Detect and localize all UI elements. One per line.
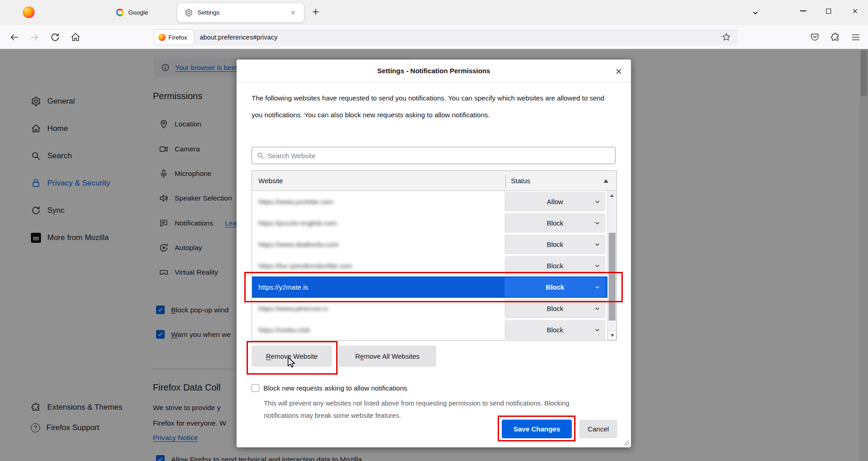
dialog-description: The following websites have requested to… — [252, 90, 616, 123]
button-label: Remove All Websites — [355, 352, 419, 360]
chevron-down-icon — [594, 327, 601, 333]
extensions-puzzle-icon[interactable] — [830, 32, 840, 42]
google-favicon — [116, 9, 124, 16]
url-text: about:preferences#privacy — [200, 29, 278, 45]
forward-icon[interactable] — [30, 32, 40, 42]
list-tabs-chevron-icon[interactable] — [752, 9, 759, 19]
status-dropdown[interactable]: Block — [505, 213, 606, 233]
dialog-title: Settings - Notification Permissions — [237, 60, 631, 82]
tab-label: Google — [128, 0, 148, 25]
scroll-down-button[interactable] — [608, 331, 616, 340]
chevron-down-icon — [594, 199, 601, 205]
identity-label: Firefox — [168, 34, 187, 41]
dialog-close-icon[interactable] — [613, 65, 625, 77]
table-row[interactable]: https://www.yovtvbe.com Allow — [252, 191, 616, 212]
checkbox-unchecked[interactable] — [252, 384, 259, 392]
back-icon[interactable] — [9, 32, 19, 42]
permissions-table: Website Status https://www.yovtvbe.com A… — [252, 170, 617, 341]
search-website-field[interactable] — [252, 147, 616, 164]
mouse-cursor — [287, 356, 298, 368]
scroll-up-icon[interactable] — [610, 194, 614, 197]
website-cell: https://www.sbalbvrbv.com — [258, 234, 338, 255]
window-maximize-button[interactable] — [822, 4, 835, 18]
block-new-requests-row[interactable]: Block new requests asking to allow notif… — [252, 384, 407, 392]
resize-grip[interactable] — [623, 440, 630, 446]
url-bar[interactable]: Firefox about:preferences#privacy — [153, 29, 737, 45]
website-cell: https://pvzzle-englisb.com — [258, 212, 337, 234]
dialog-header: Settings - Notification Permissions — [237, 60, 631, 82]
website-cell: https://vsekv.clvb — [258, 319, 310, 340]
status-dropdown[interactable]: Block — [505, 320, 606, 340]
checkbox-label: Block new requests asking to allow notif… — [263, 384, 407, 392]
chevron-down-icon — [594, 306, 601, 312]
table-row[interactable]: https://vsekv.clvb Block — [252, 319, 616, 340]
sort-ascending-icon — [604, 179, 608, 183]
annotation-save-changes — [498, 416, 575, 441]
column-header-website[interactable]: Website — [258, 171, 283, 191]
tab-close-icon[interactable] — [288, 7, 298, 18]
home-icon[interactable] — [71, 32, 81, 42]
status-dropdown[interactable]: Block — [505, 235, 606, 254]
table-body: https://www.yovtvbe.com Allow https://pv… — [252, 191, 616, 340]
website-cell: https://www.yovtvbe.com — [258, 191, 333, 212]
tab-settings[interactable]: Settings — [177, 3, 304, 22]
reload-icon[interactable] — [50, 32, 60, 42]
gear-icon — [185, 9, 193, 17]
status-dropdown[interactable]: Allow — [505, 192, 606, 211]
table-row[interactable]: https://pvzzle-englisb.com Block — [252, 212, 616, 234]
settings-page: Your browser is bein General Home Search… — [0, 49, 868, 461]
remove-all-websites-button[interactable]: Remove All Websites — [338, 346, 436, 367]
search-website-input[interactable] — [267, 147, 604, 164]
table-row[interactable]: https://www.sbalbvrbv.com Block — [252, 234, 616, 255]
new-tab-button[interactable] — [311, 7, 320, 18]
browser-navbar: Firefox about:preferences#privacy — [0, 25, 868, 49]
table-scrollbar[interactable] — [607, 191, 616, 340]
notification-permissions-dialog: Settings - Notification Permissions The … — [237, 60, 631, 447]
tab-label: Settings — [197, 3, 220, 22]
firefox-logo — [23, 6, 35, 18]
cancel-button[interactable]: Cancel — [579, 420, 617, 438]
chevron-down-icon — [594, 263, 601, 269]
annotation-selected-row — [244, 272, 623, 302]
tab-google[interactable]: Google — [56, 0, 173, 25]
scroll-down-icon — [611, 334, 614, 337]
bookmark-star-icon[interactable] — [722, 32, 731, 42]
window-minimize-button[interactable] — [796, 4, 810, 18]
site-identity-chip[interactable]: Firefox — [154, 30, 193, 45]
window-close-button[interactable] — [848, 4, 862, 18]
pocket-icon[interactable] — [810, 32, 820, 42]
browser-titlebar: Google Settings — [0, 0, 868, 25]
search-icon — [257, 152, 264, 160]
firefox-logo — [158, 34, 166, 41]
chevron-down-icon — [594, 241, 601, 248]
column-divider — [505, 175, 506, 187]
table-header[interactable]: Website Status — [252, 171, 616, 191]
chevron-down-icon — [594, 220, 601, 226]
menu-hamburger-icon[interactable] — [851, 32, 861, 42]
column-header-status[interactable]: Status — [511, 171, 530, 191]
